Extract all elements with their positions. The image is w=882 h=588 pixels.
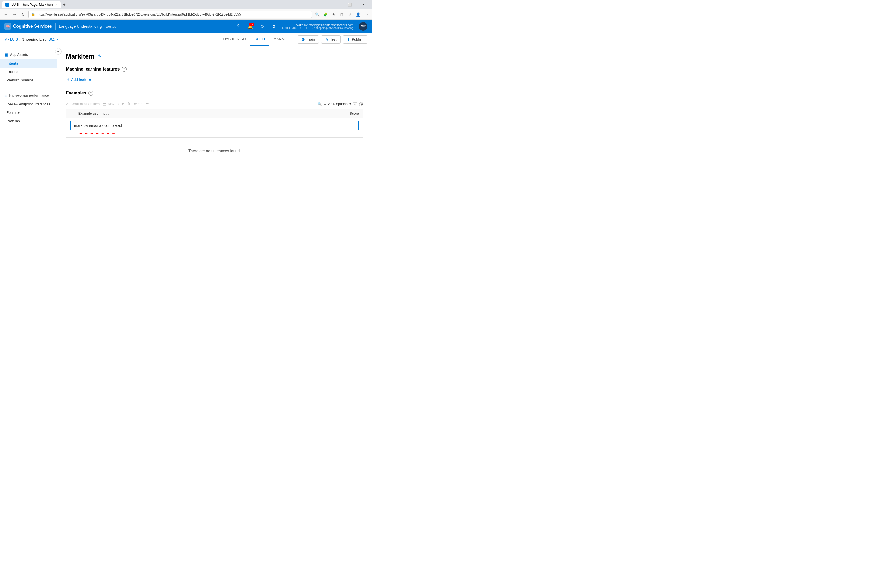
search-examples-button[interactable]: 🔍 [317, 102, 322, 106]
browser-menu-icon[interactable]: ⋯ [363, 11, 370, 18]
examples-help-icon[interactable]: ? [88, 91, 93, 96]
back-button[interactable]: ← [2, 11, 9, 18]
sidebar-item-intents-label: Intents [6, 61, 18, 65]
new-tab-button[interactable]: + [61, 1, 68, 8]
user-avatar[interactable]: MR [359, 22, 368, 31]
publish-label: Publish [352, 37, 363, 41]
edit-title-icon[interactable]: ✎ [98, 53, 102, 59]
move-to-label: Move to [108, 102, 120, 106]
collapse-sidebar-button[interactable]: « [55, 48, 62, 55]
move-to-dropdown-icon: ▾ [122, 102, 124, 106]
view-options-button[interactable]: ≡ View options ▾ [324, 102, 351, 106]
notifications-button[interactable]: 🔔 24 [246, 22, 255, 31]
improve-icon: ≡ [4, 93, 6, 98]
ml-features-help-icon[interactable]: ? [122, 67, 127, 72]
sidebar-performance-section: ≡ Improve app performance Review endpoin… [0, 89, 57, 128]
title-bar: L LUIS: Intent Page: MarkItem ✕ + — ⬜ ✕ [0, 0, 372, 9]
move-to-button[interactable]: ⬒ Move to ▾ [103, 102, 124, 106]
settings-button[interactable]: ⚙ [270, 22, 279, 31]
no-utterances-message: There are no utterances found. [66, 138, 363, 164]
view-options-dropdown-icon: ▾ [349, 102, 351, 106]
sidebar-app-assets-section: ▣ App Assets Intents Entities Prebuilt D… [0, 48, 57, 87]
view-options-label: View options [327, 102, 347, 106]
profile-icon[interactable]: 👤 [354, 11, 362, 18]
train-icon: ⚙ [302, 37, 305, 42]
tab-title: LUIS: Intent Page: MarkItem [11, 3, 52, 6]
language-understanding-label: Language Understanding - westus [59, 24, 116, 28]
minimize-button[interactable]: — [330, 1, 342, 9]
browser-tab[interactable]: L LUIS: Intent Page: MarkItem ✕ [2, 1, 61, 9]
example-input-row [66, 118, 363, 138]
header-divider [55, 23, 56, 30]
more-options-button[interactable]: ••• [146, 102, 150, 106]
refresh-button[interactable]: ↻ [20, 11, 27, 18]
window-controls: — ⬜ ✕ [330, 1, 370, 9]
sidebar-improve-header[interactable]: ≡ Improve app performance [0, 91, 57, 100]
breadcrumb-version[interactable]: v0.1 [48, 38, 55, 41]
test-button[interactable]: ✎ Test [321, 35, 341, 44]
sidebar-app-assets-header: ▣ App Assets [0, 50, 57, 59]
page-title-row: MarkItem ✎ [66, 52, 363, 60]
help-button[interactable]: ? [234, 22, 243, 31]
close-button[interactable]: ✕ [357, 1, 370, 9]
maximize-button[interactable]: ⬜ [344, 1, 356, 9]
view-options-list-icon: ≡ [324, 102, 326, 106]
test-icon: ✎ [325, 37, 328, 42]
feedback-button[interactable]: ☺ [258, 22, 267, 31]
sidebar-container: ▣ App Assets Intents Entities Prebuilt D… [0, 46, 57, 209]
url-input[interactable]: 🔒 https://www.luis.ai/applications/e7763… [28, 10, 312, 18]
confirm-check-icon: ✓ [66, 102, 69, 106]
add-feature-button[interactable]: + Add feature [66, 75, 363, 84]
forward-button[interactable]: → [11, 11, 18, 18]
score-column-header: Score [337, 112, 359, 116]
sidebar-item-review-endpoint[interactable]: Review endpoint utterances [0, 100, 57, 108]
breadcrumb-app-name[interactable]: Shopping List [22, 37, 46, 41]
delete-button[interactable]: 🗑 Delete [127, 102, 142, 106]
sidebar-item-features-label: Features [6, 111, 20, 115]
examples-section-header: Examples ? [66, 91, 363, 96]
lock-icon: 🔒 [31, 12, 35, 16]
search-icon[interactable]: 🔍 [314, 11, 321, 18]
address-bar: ← → ↻ 🔒 https://www.luis.ai/applications… [0, 9, 372, 20]
breadcrumb: My LUIS / Shopping List v0.1 ▾ [4, 37, 58, 41]
train-button[interactable]: ⚙ Train [297, 35, 319, 44]
breadcrumb-my-luis[interactable]: My LUIS [4, 37, 18, 41]
tab-manage[interactable]: MANAGE [269, 33, 293, 46]
filter-button[interactable]: ▽ [353, 101, 357, 106]
main-layout: ▣ App Assets Intents Entities Prebuilt D… [0, 46, 372, 209]
no-utterances-text: There are no utterances found. [188, 148, 241, 153]
header-right: ? 🔔 24 ☺ ⚙ Malte.Reimann@studentambassad… [234, 22, 368, 31]
examples-section: Examples ? ✓ Confirm all entities ⬒ Move… [66, 91, 363, 164]
share-icon[interactable]: ↗ [346, 11, 353, 18]
publish-button[interactable]: ⬆ Publish [343, 35, 368, 44]
sidebar-item-prebuilt-domains[interactable]: Prebuilt Domains [0, 76, 57, 84]
publish-icon: ⬆ [347, 37, 350, 42]
tab-build[interactable]: BUILD [250, 33, 269, 46]
confirm-all-entities-button[interactable]: ✓ Confirm all entities [66, 102, 100, 106]
collections-icon[interactable]: □ [338, 11, 345, 18]
extensions-icon[interactable]: 🧩 [322, 11, 329, 18]
tab-dashboard[interactable]: DASHBOARD [219, 33, 250, 46]
entity-filter-button[interactable]: @ [359, 102, 363, 106]
train-label: Train [307, 37, 315, 41]
notification-badge: 24 [249, 22, 254, 26]
sidebar-item-patterns-label: Patterns [6, 119, 20, 123]
breadcrumb-dropdown-icon[interactable]: ▾ [56, 37, 58, 41]
ml-features-section-header: Machine learning features ? [66, 67, 363, 72]
sidebar-item-entities[interactable]: Entities [0, 68, 57, 76]
tab-close-button[interactable]: ✕ [55, 3, 57, 6]
example-utterance-input[interactable] [70, 121, 359, 130]
url-text: https://www.luis.ai/applications/e7763af… [37, 12, 309, 16]
sidebar-item-entities-label: Entities [6, 70, 18, 74]
browser-action-buttons: 🔍 🧩 ★ □ ↗ 👤 ⋯ [314, 11, 370, 18]
sidebar-app-assets-label: App Assets [10, 53, 28, 57]
sidebar-item-review-label: Review endpoint utterances [6, 102, 50, 106]
app-header: 🧠 Cognitive Services Language Understand… [0, 20, 372, 33]
examples-toolbar: ✓ Confirm all entities ⬒ Move to ▾ 🗑 Del… [66, 99, 363, 109]
sidebar-item-intents[interactable]: Intents [0, 59, 57, 68]
favorites-icon[interactable]: ★ [330, 11, 337, 18]
sidebar-item-features[interactable]: Features [0, 108, 57, 117]
action-buttons: ⚙ Train ✎ Test ⬆ Publish [297, 35, 368, 44]
search-icon: 🔍 [317, 102, 322, 106]
sidebar-item-patterns[interactable]: Patterns [0, 117, 57, 125]
